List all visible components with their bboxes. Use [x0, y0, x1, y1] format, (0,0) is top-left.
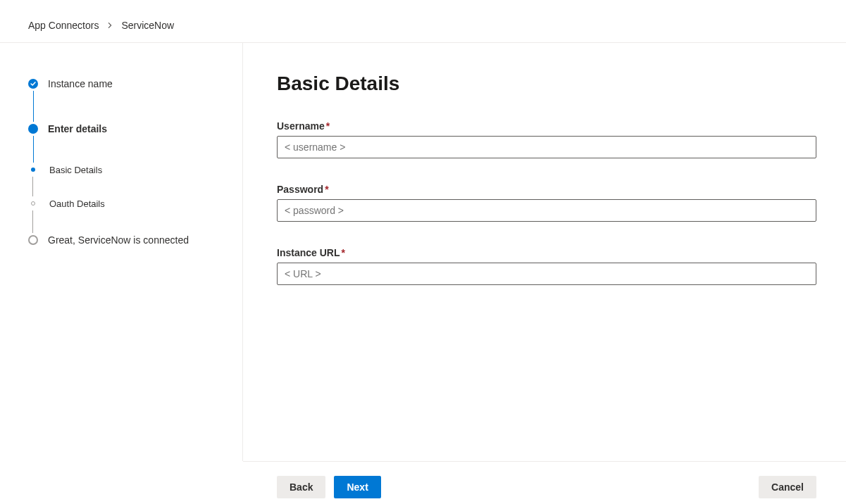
step-label: Instance name [48, 78, 113, 89]
breadcrumb: App Connectors ServiceNow [0, 0, 846, 42]
next-button[interactable]: Next [334, 476, 380, 498]
chevron-right-icon [107, 20, 113, 31]
instance-url-label: Instance URL* [277, 247, 816, 258]
step-connector [33, 91, 35, 122]
breadcrumb-current: ServiceNow [121, 20, 174, 31]
form-group-username: Username* [277, 120, 816, 158]
step-connector [32, 177, 33, 196]
main-panel: Basic Details Username* Password* Instan… [243, 43, 846, 461]
step-label: Basic Details [49, 165, 102, 175]
wizard-step-connected[interactable]: Great, ServiceNow is connected [28, 233, 220, 247]
inactive-step-icon [28, 235, 38, 245]
step-label: Great, ServiceNow is connected [48, 234, 189, 246]
form-group-instance-url: Instance URL* [277, 247, 816, 285]
wizard-substep-oauth-details[interactable]: Oauth Details [28, 196, 220, 210]
wizard-substep-basic-details[interactable]: Basic Details [28, 163, 220, 177]
form-group-password: Password* [277, 184, 816, 222]
step-connector [33, 136, 35, 163]
active-step-icon [28, 124, 38, 134]
step-label: Enter details [48, 123, 107, 134]
instance-url-field[interactable] [277, 263, 816, 285]
password-label: Password* [277, 184, 816, 195]
sub-active-step-icon [31, 168, 35, 172]
required-indicator: * [325, 184, 328, 195]
required-indicator: * [341, 247, 344, 258]
wizard-footer: Back Next Cancel [243, 461, 846, 501]
step-label: Oauth Details [49, 199, 105, 209]
wizard-step-instance-name[interactable]: Instance name [28, 77, 220, 91]
wizard-sidebar: Instance name Enter details Basic Detail… [0, 43, 243, 461]
username-field[interactable] [277, 136, 816, 158]
required-indicator: * [326, 120, 330, 132]
wizard-step-enter-details[interactable]: Enter details [28, 122, 220, 136]
page-title: Basic Details [277, 73, 816, 95]
check-icon [28, 79, 38, 89]
step-connector [32, 210, 33, 233]
back-button[interactable]: Back [277, 476, 325, 498]
cancel-button[interactable]: Cancel [759, 476, 816, 498]
sub-inactive-step-icon [31, 201, 35, 206]
breadcrumb-parent-link[interactable]: App Connectors [28, 20, 99, 31]
password-field[interactable] [277, 199, 816, 222]
username-label: Username* [277, 120, 816, 132]
